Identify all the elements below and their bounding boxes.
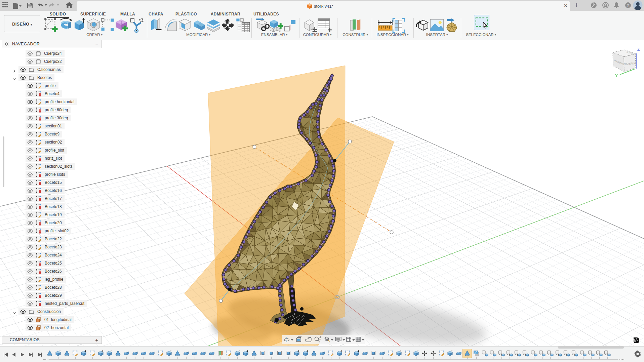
svg-text:?: ? xyxy=(627,3,629,8)
svg-text:Z: Z xyxy=(637,47,640,52)
svg-text:Y: Y xyxy=(615,74,618,78)
